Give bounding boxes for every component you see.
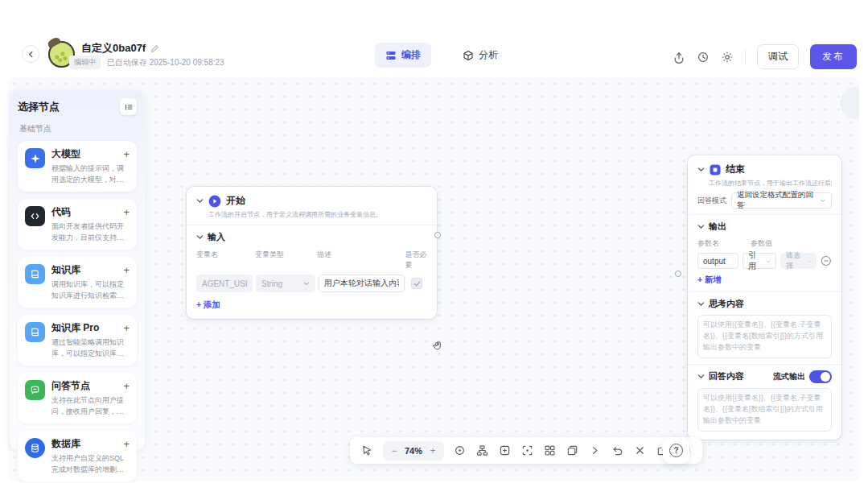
start-node-icon bbox=[208, 195, 221, 208]
start-node-output-port[interactable] bbox=[434, 232, 441, 238]
settings-icon[interactable] bbox=[721, 51, 734, 64]
start-node-desc: 工作流的开启节点，用于定义流程调用所需的业务变量信息。 bbox=[208, 210, 427, 219]
palette-item-desc: 支持在此节点向用户提问，接收用户回复，并输出回复内… bbox=[51, 395, 130, 417]
divider bbox=[187, 225, 437, 225]
status-badge: 编辑中 bbox=[69, 56, 101, 69]
database-icon bbox=[25, 438, 45, 458]
edit-icon[interactable] bbox=[150, 44, 159, 53]
chevron-down-icon[interactable] bbox=[697, 166, 705, 173]
orchestrate-icon bbox=[385, 50, 397, 61]
palette-item-code[interactable]: 代码 + 面向开发者提供代码开发能力，目前仅支持python语言… bbox=[18, 199, 137, 250]
divider bbox=[688, 364, 841, 365]
palette-item-title: 问答节点 bbox=[51, 379, 123, 393]
chevron-down-icon[interactable] bbox=[196, 233, 204, 241]
collapse-sidebar-icon[interactable] bbox=[120, 98, 137, 115]
toggle-knob bbox=[821, 372, 830, 382]
add-node-button[interactable]: + bbox=[123, 439, 130, 449]
add-variable-button[interactable]: + 添加 bbox=[196, 300, 427, 311]
palette-item-desc: 支持用户自定义的SQL完成对数据库的增删改查操作 bbox=[51, 453, 130, 475]
chevron-down-icon[interactable] bbox=[697, 223, 705, 230]
autosave-text: 已自动保存 2025-10-20 09:58:23 bbox=[107, 57, 224, 68]
end-node-icon bbox=[710, 164, 721, 176]
remove-output-icon[interactable] bbox=[821, 255, 832, 266]
column-param-value: 参数值 bbox=[751, 238, 772, 249]
output-name-field[interactable] bbox=[697, 253, 738, 269]
output-value-select[interactable]: 请选择 bbox=[780, 253, 817, 269]
output-section-title: 输出 bbox=[709, 221, 726, 233]
share-icon[interactable] bbox=[673, 51, 685, 64]
copy-template-icon[interactable] bbox=[563, 441, 582, 460]
palette-item-title: 大模型 bbox=[51, 147, 123, 161]
palette-item-knowledge-pro[interactable]: 知识库 Pro + 通过智能策略调用知识库，可以指定知识库进行知识检索… bbox=[18, 315, 137, 366]
palette-item-title: 知识库 Pro bbox=[51, 321, 123, 335]
divider bbox=[688, 214, 841, 215]
knowledge-icon bbox=[25, 264, 45, 284]
undo-icon[interactable] bbox=[608, 441, 627, 460]
check-icon bbox=[413, 280, 421, 287]
chevron-down-icon bbox=[303, 280, 310, 287]
help-button[interactable]: ? bbox=[663, 437, 689, 464]
required-checkbox[interactable] bbox=[411, 278, 422, 289]
add-node-button[interactable]: + bbox=[123, 381, 130, 391]
variable-desc-field[interactable] bbox=[319, 275, 405, 292]
end-node[interactable]: 结束 工作流的结束节点，用于输出工作流运行后的最终结果。 回答模式 返回设定格式… bbox=[688, 155, 841, 440]
fit-view-icon[interactable] bbox=[518, 441, 537, 460]
chevron-down-icon[interactable] bbox=[196, 197, 204, 204]
answer-section-title: 回答内容 bbox=[709, 370, 744, 382]
palette-item-qa[interactable]: 问答节点 + 支持在此节点向用户提问，接收用户回复，并输出回复内… bbox=[18, 373, 137, 423]
layout-grid-icon[interactable] bbox=[541, 441, 559, 460]
workflow-title: 自定义0ba07f bbox=[81, 41, 146, 56]
end-node-title: 结束 bbox=[726, 163, 745, 176]
zoom-level: 74% bbox=[405, 446, 422, 456]
chevron-right-icon[interactable] bbox=[586, 441, 604, 460]
stream-output-toggle[interactable] bbox=[809, 370, 832, 383]
floating-bubble[interactable] bbox=[840, 87, 859, 119]
app-window: 自定义0ba07f 编辑中 已自动保存 2025-10-20 09:58:23 … bbox=[0, 0, 868, 504]
variable-type-value: String bbox=[261, 279, 282, 288]
add-node-button[interactable]: + bbox=[123, 265, 130, 275]
column-description: 描述 bbox=[317, 250, 405, 271]
output-value-placeholder: 请选择 bbox=[786, 250, 804, 271]
debug-button[interactable]: 调试 bbox=[757, 44, 799, 69]
add-node-button[interactable]: + bbox=[123, 207, 130, 217]
close-icon[interactable] bbox=[631, 441, 649, 460]
tab-orchestrate-label: 编排 bbox=[401, 48, 421, 62]
tab-analyze[interactable]: 分析 bbox=[452, 43, 508, 68]
zoom-in-button[interactable]: + bbox=[428, 445, 438, 456]
answer-mode-select[interactable]: 返回设定格式配置的回答 bbox=[731, 192, 832, 209]
answer-content-input[interactable]: 可以使用{{变量名}}、{{变量名.子变量名}}、{{变量名[数组索引]}}的方… bbox=[697, 388, 832, 432]
add-node-button[interactable]: + bbox=[123, 149, 130, 159]
output-ref-select[interactable]: 引用 bbox=[743, 253, 776, 269]
column-required: 是否必要 bbox=[405, 250, 427, 271]
start-node[interactable]: 开始 工作流的开启节点，用于定义流程调用所需的业务变量信息。 输入 变量名 变量… bbox=[187, 187, 437, 319]
chevron-down-icon[interactable] bbox=[697, 300, 705, 308]
palette-item-database[interactable]: 数据库 + 支持用户自定义的SQL完成对数据库的增删改查操作 bbox=[18, 431, 137, 481]
code-icon bbox=[25, 206, 45, 226]
back-button[interactable] bbox=[22, 45, 39, 63]
divider bbox=[688, 291, 841, 292]
locate-icon[interactable] bbox=[450, 441, 469, 460]
variable-name-field[interactable] bbox=[196, 275, 253, 292]
chevron-down-icon bbox=[766, 258, 771, 264]
input-section-title: 输入 bbox=[208, 231, 225, 243]
select-cursor-icon[interactable] bbox=[358, 441, 376, 460]
auto-layout-icon[interactable] bbox=[473, 441, 492, 460]
llm-icon bbox=[25, 148, 45, 168]
chevron-down-icon[interactable] bbox=[697, 373, 705, 380]
history-icon[interactable] bbox=[697, 51, 710, 64]
palette-item-llm[interactable]: 大模型 + 根据输入的提示词，调用选定的大模型，对提示词作出回答 bbox=[18, 141, 137, 192]
end-node-desc: 工作流的结束节点，用于输出工作流运行后的最终结果。 bbox=[709, 179, 832, 188]
grab-cursor-icon bbox=[431, 339, 444, 352]
zoom-out-button[interactable]: − bbox=[389, 445, 399, 456]
add-block-icon[interactable] bbox=[496, 441, 514, 460]
header-divider bbox=[745, 50, 746, 64]
palette-item-knowledge[interactable]: 知识库 + 调用知识库，可以指定知识库进行知识检索和问答 bbox=[18, 257, 137, 308]
end-node-input-port[interactable] bbox=[675, 271, 681, 277]
publish-button[interactable]: 发布 bbox=[810, 44, 857, 69]
output-param-row: 引用 请选择 bbox=[697, 253, 832, 269]
add-node-button[interactable]: + bbox=[123, 323, 130, 333]
add-output-button[interactable]: + 新增 bbox=[697, 275, 832, 286]
thinking-content-input[interactable]: 可以使用{{变量名}}、{{变量名.子变量名}}、{{变量名[数组索引]}}的方… bbox=[697, 315, 832, 358]
tab-orchestrate[interactable]: 编排 bbox=[375, 43, 431, 68]
variable-type-select[interactable]: String bbox=[256, 275, 315, 292]
